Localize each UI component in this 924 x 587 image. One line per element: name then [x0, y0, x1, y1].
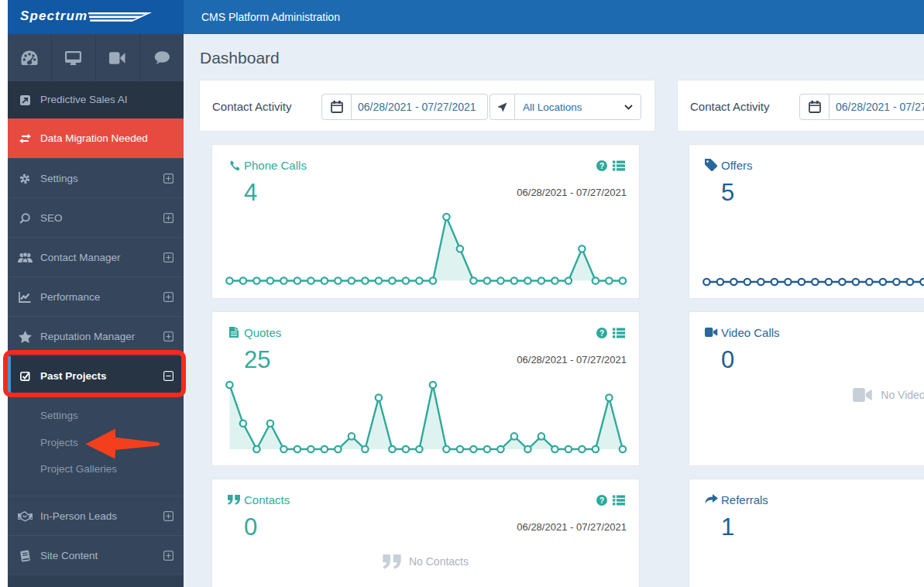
svg-text:?: ? [599, 496, 604, 505]
